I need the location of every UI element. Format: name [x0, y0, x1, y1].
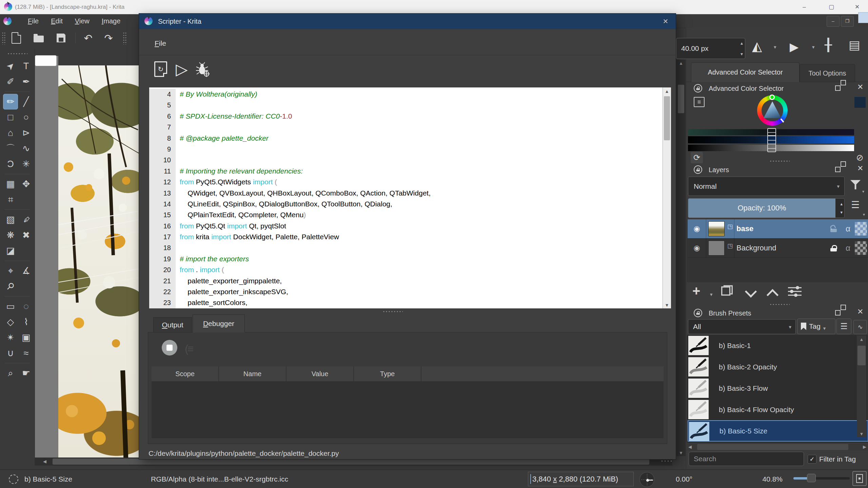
preset-search-input[interactable]: Search — [689, 452, 804, 466]
toolbar-widget-fragment[interactable] — [35, 55, 57, 66]
preset-size-button[interactable]: ∿ — [853, 320, 867, 334]
tool-colorize-mask[interactable]: ❋ — [3, 227, 18, 243]
preset-row[interactable]: b) Basic-2 Opacity — [688, 356, 868, 378]
debug-column-type[interactable]: Type — [354, 366, 421, 381]
preset-scroll-right-icon[interactable]: ▶ — [863, 443, 866, 451]
layer-alpha-icon[interactable]: α — [841, 224, 855, 233]
wrap-around-button[interactable]: ╂ — [825, 38, 832, 52]
preset-display-menu-button[interactable]: ☰ — [836, 319, 851, 334]
code-line[interactable]: 17from krita import DockWidget, Palette,… — [149, 231, 671, 242]
scripter-titlebar[interactable]: Scripter - Krita ✕ — [139, 14, 676, 29]
tool-edit-shapes[interactable]: ✐ — [3, 74, 18, 89]
mirror-horizontal-caret-icon[interactable]: ▾ — [774, 44, 776, 50]
canvas-scroll-up-icon[interactable]: ▲ — [676, 60, 686, 67]
tool-polygonal-select[interactable]: ◇ — [3, 314, 18, 330]
preset-scroll-down-icon[interactable]: ▼ — [857, 431, 866, 436]
tool-ellipse[interactable]: ○ — [19, 109, 34, 125]
subwindow-restore-button[interactable]: ❐ — [841, 16, 854, 27]
editor-scroll-down-icon[interactable]: ▼ — [663, 303, 671, 308]
layer-style-icon[interactable]: ◳ — [727, 242, 733, 249]
tool-freehand-select[interactable]: ⌇ — [19, 314, 34, 330]
zoom-slider-handle[interactable] — [807, 474, 816, 482]
tool-zoom[interactable]: ⌕ — [3, 365, 18, 381]
code-line[interactable]: 8# @package palette_docker — [149, 133, 671, 144]
layer-row-base[interactable]: ◉◳baseα — [688, 219, 868, 239]
docker-lock-icon[interactable] — [694, 84, 702, 93]
tool-rectangle[interactable]: □ — [3, 109, 18, 125]
preset-filter-dropdown[interactable]: All ▾ — [688, 319, 796, 334]
current-color-swatch[interactable] — [854, 97, 866, 108]
canvas-hscroll-thumb[interactable] — [53, 459, 649, 465]
workspace-chooser-button[interactable]: ▤ — [849, 38, 860, 52]
layer-visible-icon[interactable]: ◉ — [688, 224, 706, 233]
save-button[interactable] — [54, 31, 68, 45]
editor-scroll-up-icon[interactable]: ▲ — [663, 87, 671, 96]
tool-fill[interactable]: ◪ — [3, 243, 18, 259]
opacity-spin-up-icon[interactable]: ▴ — [840, 201, 843, 206]
tool-contiguous-select[interactable]: ✴ — [3, 330, 18, 345]
debug-column-value[interactable]: Value — [287, 366, 354, 381]
tool-pan[interactable]: ☛ — [19, 365, 34, 381]
layer-row-background[interactable]: ◉◳Backgroundα — [688, 239, 868, 258]
layer-style-icon[interactable]: ◳ — [727, 223, 733, 230]
open-document-button[interactable] — [31, 31, 46, 45]
canvas-scroll-left-icon[interactable]: ◀ — [41, 458, 48, 466]
scripter-menu-file[interactable]: File — [155, 39, 166, 47]
code-line[interactable]: 12from PyQt5.QtWidgets import ( — [149, 177, 671, 187]
duplicate-layer-button[interactable] — [721, 285, 733, 296]
scripter-splitter-grip[interactable] — [382, 310, 403, 313]
tool-polygon[interactable]: ⌂ — [3, 125, 18, 141]
tool-freehand-path[interactable]: ∿ — [19, 141, 34, 156]
minimize-button[interactable]: – — [793, 0, 815, 14]
tool-gradient[interactable]: ▧ — [3, 212, 18, 227]
color-slider-3-handle[interactable] — [767, 144, 776, 152]
debug-column-name[interactable]: Name — [219, 366, 287, 381]
menu-edit[interactable]: Edit — [45, 14, 68, 28]
docker-lock-icon[interactable] — [694, 309, 702, 317]
code-line[interactable]: 13 QWidget, QVBoxLayout, QHBoxLayout, QC… — [149, 188, 671, 199]
tool-assistants[interactable]: ⌖ — [3, 263, 18, 279]
tool-elliptical-select[interactable]: ◌ — [19, 299, 34, 314]
brush-size-spinbox[interactable]: 40.00 px ▴ ▾ — [676, 38, 745, 59]
tool-calligraphy[interactable]: ✒ — [19, 74, 34, 89]
tool-polyline[interactable]: ⊳ — [19, 125, 34, 141]
code-line[interactable]: 22 palette_exporter_inkscapeSVG, — [149, 286, 671, 297]
editor-vscrollbar[interactable]: ▲ ▼ — [663, 87, 671, 308]
canvas-scroll-down-icon[interactable]: ▼ — [676, 450, 686, 455]
layers-menu-icon[interactable]: ☰ — [851, 199, 860, 210]
spin-down-icon[interactable]: ▾ — [741, 51, 743, 57]
opacity-spin-down-icon[interactable]: ▾ — [840, 210, 843, 215]
code-line[interactable]: 19# import the exporters — [149, 253, 671, 264]
debug-column-scope[interactable]: Scope — [152, 366, 219, 381]
code-line[interactable]: 15 QPlainTextEdit, QCompleter, QMenu) — [149, 209, 671, 220]
filter-in-tag-checkbox[interactable]: ✓ — [808, 455, 816, 464]
layer-filter-caret-icon[interactable]: ▾ — [862, 189, 864, 194]
layer-thumbnail[interactable] — [708, 241, 725, 256]
close-button[interactable]: ✕ — [846, 0, 868, 14]
tag-button[interactable]: Tag ▾ — [797, 319, 835, 334]
tool-magnetic-select[interactable]: ≈ — [19, 345, 34, 361]
add-layer-caret-icon[interactable]: ▾ — [710, 291, 713, 298]
debug-stop-button[interactable] — [162, 340, 177, 355]
layer-thumbnail[interactable] — [708, 221, 725, 236]
scripter-close-button[interactable]: ✕ — [658, 14, 673, 29]
tool-smart-patch[interactable]: ✖ — [19, 227, 34, 243]
preset-hscroll-thumb[interactable] — [697, 444, 848, 450]
code-line[interactable]: 16from PyQt5.Qt import Qt, pyqtSlot — [149, 221, 671, 231]
menu-file[interactable]: File — [22, 14, 45, 28]
preset-row[interactable]: b) Basic-1 — [688, 335, 868, 356]
color-slider-3[interactable] — [688, 145, 854, 151]
toolbar-grip[interactable] — [2, 32, 6, 45]
tool-similar-color-select[interactable]: ▣ — [19, 330, 34, 345]
hue-ring[interactable] — [757, 95, 788, 126]
rotation-dial[interactable] — [639, 472, 654, 487]
tool-move[interactable]: ✥ — [19, 176, 34, 192]
preset-row[interactable]: b) Basic-5 Size — [688, 420, 868, 442]
tool-line[interactable]: ╱ — [19, 94, 34, 109]
undo-button[interactable]: ↶ — [81, 31, 96, 45]
code-editor[interactable]: 4# By Wolthera(originally)56# SPDX-Licen… — [149, 87, 671, 308]
docker-lock-icon[interactable] — [694, 165, 702, 174]
close-docker-icon[interactable]: ✕ — [857, 164, 863, 173]
new-document-button[interactable] — [9, 31, 24, 45]
tool-freehand-brush[interactable]: ✏ — [3, 94, 18, 109]
